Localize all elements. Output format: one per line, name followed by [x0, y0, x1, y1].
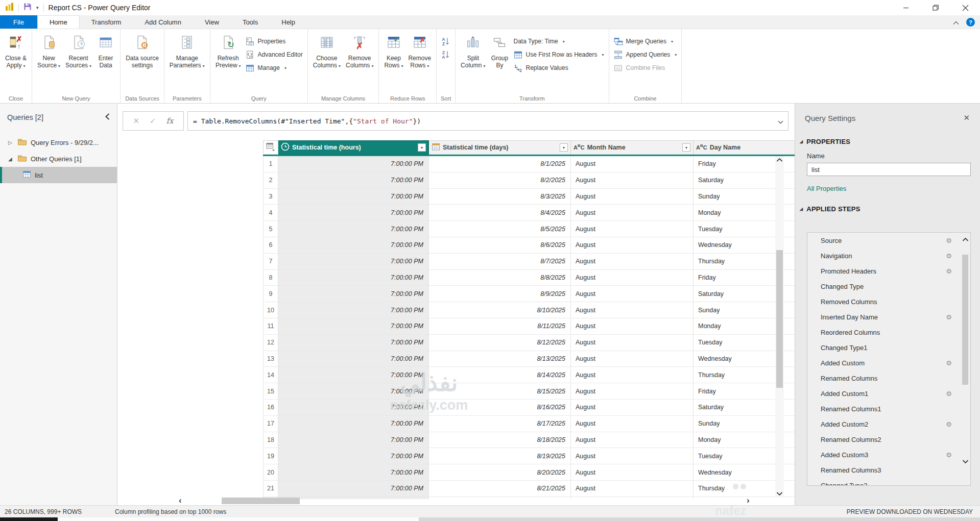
column-header-statistical-time-hours-[interactable]: Statistical time (hours)▼ — [278, 140, 429, 155]
cell[interactable]: August — [571, 286, 694, 302]
query-name-input[interactable]: list — [807, 163, 971, 176]
cell[interactable]: 8/3/2025 — [429, 189, 571, 205]
cell[interactable]: August — [571, 172, 694, 189]
cell[interactable]: 8/20/2025 — [429, 464, 571, 481]
applied-step-inserted-day-name[interactable]: Inserted Day Name⚙ — [807, 309, 970, 325]
row-number[interactable]: 16 — [263, 400, 278, 416]
cell[interactable]: August — [571, 302, 694, 318]
horizontal-scrollbar-thumb[interactable] — [222, 498, 300, 504]
cell[interactable]: 8/4/2025 — [429, 205, 571, 221]
row-number[interactable]: 10 — [263, 302, 278, 318]
restore-button[interactable] — [921, 0, 950, 15]
remove-rows-button[interactable]: ✗RemoveRows▾ — [405, 31, 434, 70]
cell[interactable]: August — [571, 205, 694, 221]
choose-columns-button[interactable]: ChooseColumns▾ — [310, 31, 343, 70]
cell[interactable]: 7:00:00 PM — [278, 254, 429, 270]
quick-access-caret-icon[interactable]: ▾ — [36, 5, 39, 10]
cell[interactable]: 8/5/2025 — [429, 221, 571, 237]
close-apply-button[interactable]: ✗↑Close &Apply▾ — [3, 31, 29, 70]
gear-icon[interactable]: ⚙ — [946, 420, 952, 428]
sort-az-icon-button[interactable]: AZ — [441, 36, 450, 46]
cell[interactable]: 8/15/2025 — [429, 383, 571, 400]
append-queries-button[interactable]: ↕Append Queries▾ — [614, 49, 677, 60]
cell[interactable]: August — [571, 221, 694, 237]
scroll-down-chevron-icon[interactable] — [776, 491, 783, 496]
cell[interactable]: August — [571, 432, 694, 449]
applied-step-added-custom2[interactable]: Added Custom2⚙ — [807, 416, 970, 432]
cell[interactable]: 7:00:00 PM — [278, 302, 429, 318]
cell[interactable]: August — [571, 270, 694, 286]
applied-step-reordered-columns[interactable]: Reordered Columns — [807, 325, 970, 340]
cell[interactable]: 8/21/2025 — [429, 481, 571, 497]
steps-scroll-up-chevron-icon[interactable] — [962, 236, 969, 243]
cell[interactable]: 8/8/2025 — [429, 270, 571, 286]
row-number[interactable]: 7 — [263, 254, 278, 270]
tab-home[interactable]: Home — [37, 15, 80, 29]
applied-step-added-custom[interactable]: Added Custom⚙ — [807, 355, 970, 370]
replace-values-button[interactable]: 1↳2Replace Values — [513, 63, 604, 73]
keep-rows-button[interactable]: ✓KeepRows▾ — [381, 31, 405, 70]
cell[interactable]: 8/1/2025 — [429, 156, 571, 172]
filter-dropdown-icon[interactable]: ▼ — [560, 143, 568, 152]
query-tree-item-list[interactable]: list — [0, 167, 117, 183]
row-number[interactable]: 8 — [263, 270, 278, 286]
refresh-preview-button[interactable]: ↻RefreshPreview▾ — [213, 31, 244, 70]
row-number[interactable]: 2 — [263, 172, 278, 189]
tab-add-column[interactable]: Add Column — [133, 15, 193, 29]
gear-icon[interactable]: ⚙ — [946, 313, 952, 321]
row-number[interactable]: 14 — [263, 367, 278, 383]
row-number[interactable]: 6 — [263, 237, 278, 254]
column-header-statistical-time-days-[interactable]: Statistical time (days)▼ — [429, 140, 571, 155]
cell[interactable]: 7:00:00 PM — [278, 367, 429, 383]
applied-step-renamed-columns2[interactable]: Renamed Columns2 — [807, 432, 970, 447]
applied-step-promoted-headers[interactable]: Promoted Headers⚙ — [807, 263, 970, 279]
cell[interactable]: 7:00:00 PM — [278, 205, 429, 221]
cell[interactable]: 8/11/2025 — [429, 318, 571, 335]
formula-expand-chevron-icon[interactable] — [778, 118, 783, 126]
cell[interactable]: 7:00:00 PM — [278, 400, 429, 416]
formula-commit-icon[interactable]: ✓ — [150, 116, 156, 126]
datasource-settings-button[interactable]: ⚙Data sourcesettings — [123, 31, 161, 69]
cell[interactable]: 7:00:00 PM — [278, 416, 429, 432]
gear-icon[interactable]: ⚙ — [946, 252, 952, 260]
cell[interactable]: 8/2/2025 — [429, 172, 571, 189]
row-number[interactable]: 18 — [263, 432, 278, 449]
cell[interactable]: August — [571, 464, 694, 481]
applied-step-changed-type1[interactable]: Changed Type1 — [807, 340, 970, 355]
gear-icon[interactable]: ⚙ — [946, 390, 952, 398]
gear-icon[interactable]: ⚙ — [946, 267, 952, 275]
cell[interactable]: August — [571, 481, 694, 497]
steps-scrollbar-thumb[interactable] — [962, 255, 968, 385]
cell[interactable]: 8/16/2025 — [429, 400, 571, 416]
tab-transform[interactable]: Transform — [80, 15, 133, 29]
query-tree-item-other-queries-1-[interactable]: ◢Other Queries [1] — [0, 151, 117, 167]
cell[interactable]: August — [571, 335, 694, 351]
vertical-scrollbar[interactable] — [775, 156, 784, 498]
manage-parameters-button[interactable]: ManageParameters▾ — [167, 31, 207, 70]
cell[interactable]: August — [571, 367, 694, 383]
cell[interactable]: 7:00:00 PM — [278, 286, 429, 302]
data-type-time-button[interactable]: Data Type: Time▾ — [513, 36, 604, 46]
cell[interactable]: 7:00:00 PM — [278, 335, 429, 351]
formula-input[interactable]: = Table.RemoveColumns(#"Inserted Time",{… — [187, 111, 788, 131]
row-number[interactable]: 1 — [263, 156, 278, 172]
applied-step-navigation[interactable]: Navigation⚙ — [807, 248, 970, 263]
sort-za-icon-button[interactable]: ZA — [441, 49, 450, 60]
cell[interactable]: 8/13/2025 — [429, 351, 571, 367]
tab-file[interactable]: File — [0, 15, 37, 29]
query-tree-item-query-errors-9-29-2-[interactable]: ▷Query Errors - 9/29/2... — [0, 134, 117, 151]
cell[interactable]: August — [571, 237, 694, 254]
help-icon[interactable]: ? — [966, 18, 975, 27]
tab-tools[interactable]: Tools — [231, 15, 270, 29]
cell[interactable]: 7:00:00 PM — [278, 189, 429, 205]
cell[interactable]: 8/6/2025 — [429, 237, 571, 254]
cell[interactable]: 7:00:00 PM — [278, 464, 429, 481]
cell[interactable]: 8/18/2025 — [429, 432, 571, 449]
cell[interactable]: 7:00:00 PM — [278, 351, 429, 367]
row-number[interactable]: 3 — [263, 189, 278, 205]
cell[interactable]: August — [571, 254, 694, 270]
cell[interactable]: 7:00:00 PM — [278, 432, 429, 449]
applied-steps-expander-icon[interactable]: ◢ — [800, 207, 803, 211]
formula-fx-icon[interactable]: fx — [166, 116, 174, 126]
tab-view[interactable]: View — [193, 15, 231, 29]
